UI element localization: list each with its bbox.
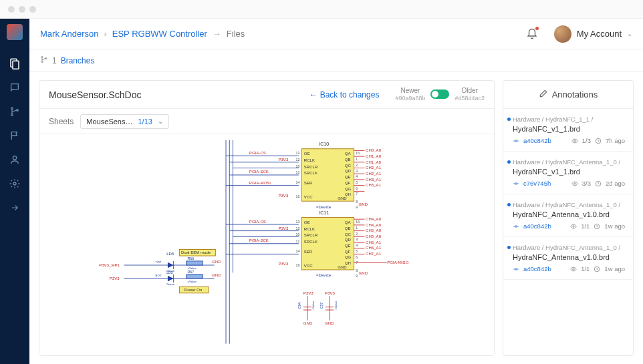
svg-text:13: 13 <box>296 151 300 155</box>
svg-text:3: 3 <box>356 169 358 173</box>
annotation-path: Hardware / HydraNFC_Antenna_1_0 / <box>513 158 625 166</box>
net-p3v3-c: P3V3 <box>278 226 288 230</box>
ic10: IC10 OERCLKSRCLRSRCLKSERVCC QAQBQCQDQEQF… <box>296 142 360 209</box>
bullet-icon <box>507 203 511 206</box>
document-panel: MouseSensor.SchDoc ← Back to changes New… <box>39 80 495 356</box>
nav-user-icon[interactable] <box>9 154 21 166</box>
annotation-commit[interactable]: a40c842b <box>523 222 551 230</box>
diff-toggle[interactable] <box>430 89 449 99</box>
net-ch3: CH3_A1 <box>366 177 382 182</box>
svg-text:=Value: =Value <box>334 301 338 310</box>
annotation-commit[interactable]: a40c842b <box>523 137 551 144</box>
net-p3v3-cap2: P3V3 <box>325 291 335 295</box>
net-ch2b: CH2_A1 <box>366 171 382 176</box>
net-ch6: CH6_A1 <box>366 240 382 244</box>
older-label: Older <box>455 87 485 95</box>
account-menu[interactable]: My Account ⌄ <box>554 25 632 43</box>
svg-text:QA: QA <box>345 151 352 156</box>
breadcrumb-sep: › <box>104 29 106 39</box>
net-gnd-2: GND <box>359 270 368 275</box>
svg-text:QF: QF <box>345 249 351 254</box>
svg-text:12: 12 <box>296 158 300 162</box>
net-ch4b: CH4_A0 <box>366 222 382 227</box>
clock-icon <box>595 180 602 187</box>
nav-collapse-icon[interactable] <box>9 202 21 214</box>
breadcrumb-section: Files <box>227 29 245 39</box>
svg-text:QD: QD <box>345 168 352 173</box>
nav-settings-icon[interactable] <box>9 178 21 190</box>
sheet-selector[interactable]: MouseSens… 1/13 ⌄ <box>80 114 169 129</box>
net-gnd-led2: GND <box>212 272 221 277</box>
svg-text:SER: SER <box>304 249 313 254</box>
annotation-item[interactable]: Hardware / HydraNFC_1_1 /HydraNFC_v1_1.b… <box>503 109 633 152</box>
annotation-path: Hardware / HydraNFC_Antenna_1_0 / <box>513 244 625 251</box>
svg-text:=Value: =Value <box>188 266 197 270</box>
annotation-commit[interactable]: c76v745h <box>523 180 551 187</box>
notifications-icon[interactable] <box>526 28 538 40</box>
traffic-light-max[interactable] <box>29 6 36 13</box>
eye-icon <box>570 223 577 230</box>
svg-text:RCLK: RCLK <box>304 226 315 231</box>
svg-point-5 <box>13 156 16 160</box>
clock-icon <box>594 266 600 272</box>
schematic-viewer[interactable]: PGIA-CS P3V3 PGIA-SCK PGIA-MOSI P3V3 GND… <box>39 134 494 355</box>
annotation-item[interactable]: Hardware / HydraNFC_Antenna_1_0 /HydraNF… <box>503 152 633 194</box>
branches-link[interactable]: Branches <box>61 56 95 65</box>
clock-icon <box>595 138 602 144</box>
svg-text:=Value: =Value <box>311 301 315 310</box>
svg-text:13: 13 <box>296 220 300 224</box>
avatar <box>554 25 571 43</box>
nav-chat-icon[interactable] <box>9 81 21 94</box>
svg-text:1: 1 <box>356 157 358 161</box>
svg-text:QC: QC <box>345 232 352 236</box>
account-label: My Account <box>577 29 622 39</box>
svg-text:Green: Green <box>166 283 175 286</box>
svg-text:=Value: =Value <box>188 280 197 283</box>
nav-files-icon[interactable] <box>9 57 21 69</box>
bullet-icon <box>507 160 511 164</box>
bullet-icon <box>507 118 511 121</box>
net-gnd-led1: GND <box>212 259 221 264</box>
net-ch4: CH4_A0 <box>366 216 382 221</box>
net-ch3b: CH3_A1 <box>366 182 382 187</box>
svg-text:BOT: BOT <box>156 274 162 277</box>
clock-icon <box>594 223 600 230</box>
nav-flag-icon[interactable] <box>9 130 21 142</box>
notification-badge <box>535 27 539 30</box>
svg-text:RCLK: RCLK <box>304 158 315 162</box>
app-logo[interactable] <box>7 24 23 40</box>
commit-icon <box>513 180 519 187</box>
sheets-label: Sheets <box>49 117 74 126</box>
annotation-item[interactable]: Hardware / HydraNFC_Antenna_1_0 /HydraNF… <box>503 194 633 237</box>
net-gnd-1: GND <box>359 202 368 206</box>
svg-text:TOP: TOP <box>156 260 162 264</box>
svg-text:QB: QB <box>345 226 351 230</box>
net-ch0: CH0_A0 <box>366 148 382 152</box>
subbar: 1 Branches <box>29 49 643 72</box>
net-p3v3: P3V3 <box>278 157 288 162</box>
net-p3v3-d: P3V3 <box>278 261 288 266</box>
breadcrumb-user[interactable]: Mark Anderson <box>40 29 98 39</box>
older-hash: #d58d4ac2 <box>455 95 485 102</box>
net-ch2: CH2_A1 <box>366 165 382 170</box>
svg-text:QE: QE <box>345 243 351 248</box>
breadcrumb-sep: → <box>213 29 221 39</box>
svg-text:SER: SER <box>304 180 313 185</box>
annotation-item[interactable]: Hardware / HydraNFC_Antenna_1_0 /HydraNF… <box>503 237 633 280</box>
svg-text:2: 2 <box>356 232 358 236</box>
newer-hash: #90a9a88b <box>395 95 425 102</box>
breadcrumb-project[interactable]: ESP RGBWW Controller <box>112 29 207 39</box>
nav-branch-icon[interactable] <box>9 106 21 118</box>
svg-text:QC: QC <box>345 163 352 168</box>
annotation-path: Hardware / HydraNFC_1_1 / <box>513 116 625 123</box>
annotations-list: Hardware / HydraNFC_1_1 /HydraNFC_v1_1.b… <box>503 109 633 355</box>
net-ch7: CH7_A1 <box>366 251 382 256</box>
back-to-changes-link[interactable]: ← Back to changes <box>309 90 380 100</box>
traffic-light-close[interactable] <box>8 6 15 13</box>
sheet-name: MouseSens… <box>86 118 132 126</box>
annotation-commit[interactable]: a40c842b <box>523 265 551 272</box>
svg-text:OE: OE <box>304 220 310 224</box>
traffic-light-min[interactable] <box>19 6 25 13</box>
svg-text:4: 4 <box>356 243 358 247</box>
eye-icon <box>571 180 578 187</box>
